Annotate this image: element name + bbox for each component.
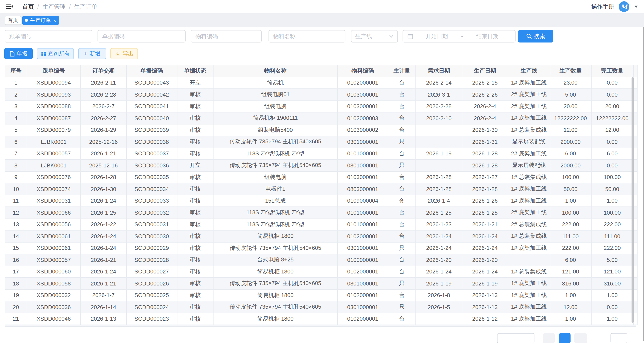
doc-code-link[interactable]: SCDD000033 — [126, 195, 177, 207]
pagination-prev-button[interactable] — [543, 333, 555, 343]
pagination-jump-input[interactable] — [610, 333, 627, 343]
breadcrumb-production-mgmt[interactable]: 生产管理 — [42, 3, 66, 10]
doc-code-link[interactable]: SCDD000024 — [126, 301, 177, 313]
production-line-cell: 1# 底架加工线 — [508, 112, 550, 124]
doc-code-link[interactable]: SCDD000026 — [126, 278, 177, 289]
grid-icon — [41, 51, 46, 56]
doc-code-link[interactable]: SCDD000034 — [126, 183, 177, 195]
tracking-number-cell: XSDD000036 — [27, 301, 80, 313]
demand-date-cell: 2026-1-4 — [416, 195, 462, 207]
material-name-input[interactable] — [268, 30, 346, 42]
doc-code-link[interactable]: SCDD000032 — [126, 207, 177, 219]
row-filler-cell — [633, 148, 637, 159]
export-button[interactable]: 导出 — [110, 48, 138, 59]
doc-code-link[interactable]: SCDD000038 — [126, 136, 177, 148]
row-index-cell: 4 — [5, 112, 27, 124]
table-row: 16 XSDD000057 2026-1-21 SCDD000028 审核 台式… — [5, 254, 637, 266]
production-qty-cell: 316.00 — [550, 278, 591, 289]
production-line-cell: 1# 底架加工线 — [508, 183, 550, 195]
date-range-separator: - — [460, 33, 464, 39]
document-button[interactable]: 单据 — [4, 48, 33, 59]
doc-code-link[interactable]: SCDD000027 — [126, 266, 177, 278]
column-header-filler — [633, 65, 637, 77]
column-header-10: 生产线 — [508, 65, 550, 77]
table-row: 14 XSDD000061 2026-1-24 SCDD000030 审核 简易… — [5, 230, 637, 242]
order-delivery-date-cell: 2026-1-24 — [80, 242, 126, 254]
doc-code-input[interactable] — [98, 30, 186, 42]
orders-table: 序号跟单编号订单交期单据编码单据状态物料名称物料编码主计量需求日期生产日期生产线… — [5, 65, 637, 325]
pagination-current-page[interactable] — [559, 333, 570, 343]
query-all-button[interactable]: 查询所有 — [37, 48, 74, 59]
demand-date-cell: 2026-1-28 — [416, 183, 462, 195]
breadcrumb-separator: / — [38, 3, 39, 10]
doc-code-link[interactable]: SCDD000036 — [126, 159, 177, 171]
tracking-number-cell: XSDD000057 — [27, 254, 80, 266]
production-line-cell: 1# 底架加工线 — [508, 77, 550, 89]
sidebar-collapse-icon[interactable] — [6, 3, 14, 10]
production-line-cell: 1# 总装集成线 — [508, 171, 550, 183]
avatar[interactable]: M — [619, 1, 630, 12]
breadcrumb-home[interactable]: 首页 — [22, 3, 34, 10]
doc-status-cell: 审核 — [177, 289, 213, 301]
order-delivery-date-cell: 2026-1-14 — [80, 301, 126, 313]
pagination-next-button[interactable] — [574, 333, 587, 343]
tab-home[interactable]: 首页 — [5, 16, 21, 25]
add-button[interactable]: + 新增 — [78, 48, 106, 59]
close-icon[interactable]: × — [54, 18, 56, 23]
unit-cell: 台 — [388, 89, 416, 100]
tab-production-order[interactable]: 生产订单 × — [22, 16, 59, 25]
completed-qty-cell: 0.00 — [591, 136, 633, 148]
doc-code-link[interactable]: SCDD000030 — [126, 230, 177, 242]
row-index-cell: 7 — [5, 148, 27, 159]
chevron-down-icon[interactable] — [634, 5, 638, 8]
table-scrollbar-thumb[interactable] — [631, 77, 634, 323]
doc-code-link[interactable]: SCDD000037 — [126, 148, 177, 159]
toolbar: 单据 查询所有 + 新增 — [0, 47, 644, 62]
pagination-page-size-select[interactable] — [497, 333, 534, 343]
row-index-cell: 3 — [5, 100, 27, 112]
material-code-input[interactable] — [191, 30, 262, 42]
column-header-12: 完工数量 — [591, 65, 633, 77]
doc-code-link[interactable]: SCDD000039 — [126, 124, 177, 136]
demand-date-cell: 2026-2-10 — [416, 112, 462, 124]
end-date-placeholder[interactable]: 结束日期 — [464, 32, 511, 40]
material-name-cell: 组装电脑5400 — [213, 124, 338, 136]
doc-status-cell: 审核 — [177, 89, 213, 100]
table-row: 6 LJBK0001 2025-12-16 SCDD000038 审核 传动皮轮… — [5, 136, 637, 148]
tracking-number-input[interactable] — [4, 30, 92, 42]
production-line-select-placeholder: 生产线 — [355, 32, 372, 40]
date-range-picker[interactable]: 开始日期 - 结束日期 — [402, 30, 516, 42]
row-filler-cell — [633, 254, 637, 266]
row-index-cell: 9 — [5, 171, 27, 183]
doc-code-link[interactable]: SCDD000041 — [126, 100, 177, 112]
order-delivery-date-cell: 2026-1-7 — [80, 289, 126, 301]
completed-qty-cell: 1.00 — [591, 195, 633, 207]
tracking-number-cell: XSDD000088 — [27, 100, 80, 112]
doc-code-link[interactable]: SCDD000023 — [126, 313, 177, 325]
production-line-cell: 2# 底架加工线 — [508, 89, 550, 100]
search-button[interactable]: 搜索 — [518, 30, 553, 42]
demand-date-cell: 2026-1-19 — [416, 148, 462, 159]
row-filler-cell — [633, 313, 637, 325]
start-date-placeholder[interactable]: 开始日期 — [413, 32, 460, 40]
row-filler-cell — [633, 266, 637, 278]
doc-code-link[interactable]: SCDD000042 — [126, 89, 177, 100]
doc-code-link[interactable]: SCDD000040 — [126, 112, 177, 124]
production-line-select[interactable]: 生产线 — [351, 30, 398, 42]
row-filler-cell — [633, 301, 637, 313]
doc-code-link[interactable]: SCDD000028 — [126, 254, 177, 266]
window-scrollbar-thumb[interactable] — [642, 27, 644, 341]
table-row: 7 XSDD000057 2026-1-21 SCDD000037 审核 118… — [5, 148, 637, 159]
operation-manual-link[interactable]: 操作手册 — [591, 3, 614, 10]
completed-qty-cell: 1.00 — [591, 289, 633, 301]
row-index-cell: 20 — [5, 301, 27, 313]
doc-code-link[interactable]: SCDD000025 — [126, 289, 177, 301]
doc-code-link[interactable]: SCDD000031 — [126, 219, 177, 230]
doc-code-link[interactable]: SCDD000035 — [126, 171, 177, 183]
doc-code-link[interactable]: SCDD000043 — [126, 77, 177, 89]
doc-code-link[interactable]: SCDD000029 — [126, 242, 177, 254]
completed-qty-cell: 1.00 — [591, 313, 633, 325]
material-code-cell: 0301000001 — [338, 136, 388, 148]
column-header-7: 主计量 — [388, 65, 416, 77]
breadcrumb-production-order: 生产订单 — [74, 3, 97, 10]
